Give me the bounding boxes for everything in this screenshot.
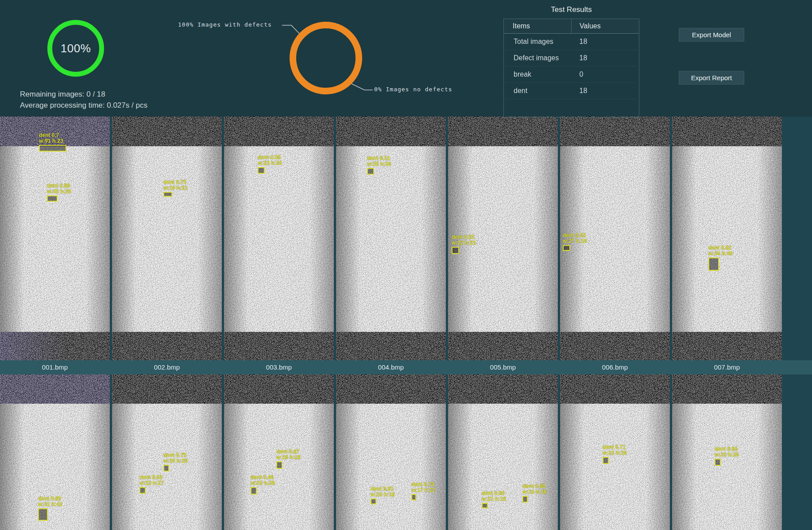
image-tile-row1-5[interactable]: dent 0.52w:22 h:25 [448, 117, 558, 360]
header-panel: 100% 100% Images with defects 0% Images … [0, 0, 812, 117]
tile-row-2: dent 0.89w:31 h:42dent 0.75w:20 h:28dent… [0, 374, 812, 530]
row-label: Total images [504, 34, 572, 50]
defect-annotation: dent 0.75w:20 h:28 [163, 452, 188, 472]
export-model-button[interactable]: Export Model [679, 28, 744, 42]
defect-size: w:17 h:22 [411, 487, 436, 493]
defect-annotation: dent 0.58w:23 h:26 [258, 155, 282, 174]
image-tile-row2-5[interactable]: dent 0.69w:21 h:18dent 0.66w:18 h:26 [448, 374, 558, 530]
defect-size: w:23 h:27 [139, 480, 164, 486]
donut-label-with-defects: 100% Images with defects [178, 21, 272, 28]
row-label: dent [504, 83, 572, 99]
defect-bounding-box [258, 167, 265, 174]
tile-row-1: dent 0.7w:91 h:23dent 0.88w:45 h:26dent … [0, 117, 812, 360]
export-report-button[interactable]: Export Report [679, 71, 744, 85]
avg-processing-time-text: Average processing time: 0.027s / pcs [20, 101, 147, 110]
donut-callout-lines [0, 0, 812, 117]
defect-annotation: dent 0.67w:26 h:28 [276, 449, 301, 469]
image-tile-row1-4[interactable]: dent 0.51w:25 h:26 [336, 117, 446, 360]
defect-annotation: dent 0.46w:20 h:28 [251, 475, 275, 495]
image-grid: dent 0.7w:91 h:23dent 0.88w:45 h:26dent … [0, 117, 812, 530]
defect-size: w:26 h:28 [276, 455, 301, 460]
defect-bounding-box [715, 459, 721, 466]
defect-bounding-box [482, 503, 488, 508]
defect-bounding-box [603, 457, 609, 464]
defect-annotation: dent 0.53w:27 h:19 [563, 233, 587, 251]
defect-size: w:45 h:26 [47, 189, 71, 195]
defect-size: w:23 h:26 [715, 452, 739, 458]
defect-bounding-box [371, 499, 376, 504]
progress-ring: 100% [47, 20, 104, 77]
progress-value: 100% [61, 42, 91, 55]
row-label: break [504, 66, 572, 83]
column-header-values: Values [572, 19, 639, 34]
defect-annotation: dent 0.71w:22 h:26 [603, 444, 627, 464]
image-tile-row2-6[interactable]: dent 0.71w:22 h:26 [560, 374, 670, 530]
defect-bounding-box [563, 245, 570, 251]
table-row: dent 18 [504, 83, 639, 99]
defect-bounding-box [39, 145, 66, 152]
image-tile-row1-1[interactable]: dent 0.7w:91 h:23dent 0.88w:45 h:26 [0, 117, 110, 360]
row-value: 18 [572, 34, 639, 50]
defect-bounding-box [367, 168, 374, 175]
defect-size: w:20 h:28 [251, 480, 275, 486]
defect-bounding-box [708, 257, 719, 271]
image-tile-row2-3[interactable]: dent 0.67w:26 h:28dent 0.46w:20 h:28 [224, 374, 334, 530]
row-value: 0 [572, 66, 639, 83]
row-value: 18 [572, 50, 639, 66]
defect-bounding-box [251, 487, 257, 495]
image-tile-row1-7[interactable]: dent 0.82w:34 h:40 [672, 117, 782, 360]
defect-annotation: dent 0.63w:23 h:27 [139, 475, 164, 494]
defect-bounding-box [47, 195, 58, 202]
row-label: Defect images [504, 50, 572, 66]
image-tile-row2-1[interactable]: dent 0.89w:31 h:42 [0, 374, 110, 530]
filename-strip: 001.bmp002.bmp003.bmp004.bmp005.bmp006.b… [0, 360, 812, 374]
defect-annotation: dent 0.7w:91 h:23 [39, 132, 66, 152]
defect-bounding-box [411, 494, 416, 500]
defect-bounding-box [139, 487, 146, 494]
defect-bounding-box [163, 192, 172, 197]
filename-label: 006.bmp [560, 360, 670, 374]
defect-size: w:22 h:25 [452, 240, 476, 246]
defect-size: w:31 h:42 [38, 502, 62, 507]
defect-annotation: dent 0.72w:17 h:22 [411, 482, 436, 500]
defect-bounding-box [38, 508, 48, 521]
defect-bounding-box [276, 461, 282, 469]
defect-annotation: dent 0.69w:21 h:18 [482, 491, 506, 508]
donut-label-no-defects: 0% Images no defects [374, 86, 452, 93]
defect-annotation: dent 0.52w:22 h:25 [452, 234, 476, 254]
defect-size: w:91 h:23 [39, 138, 66, 144]
defect-donut-chart [290, 22, 362, 94]
image-tile-row2-4[interactable]: dent 0.81w:20 h:18dent 0.72w:17 h:22 [336, 374, 446, 530]
defect-annotation: dent 0.73w:19 h:21 [163, 179, 188, 197]
defect-size: w:34 h:40 [708, 251, 733, 257]
defect-size: w:20 h:28 [163, 458, 188, 464]
image-tile-row1-3[interactable]: dent 0.58w:23 h:26 [224, 117, 334, 360]
row-value: 18 [572, 83, 639, 99]
image-tile-row1-2[interactable]: dent 0.73w:19 h:21 [112, 117, 222, 360]
table-row: Defect images 18 [504, 50, 639, 66]
defect-size: w:20 h:18 [371, 492, 395, 498]
test-results-panel: Test Results Items Values Total images 1… [503, 4, 639, 117]
defect-size: w:23 h:26 [258, 160, 282, 166]
defect-size: w:27 h:19 [563, 238, 587, 244]
remaining-images-text: Remaining images: 0 / 18 [20, 90, 105, 99]
defect-size: w:19 h:21 [163, 185, 188, 191]
test-results-table: Items Values Total images 18 Defect imag… [503, 19, 639, 117]
table-row: Total images 18 [504, 34, 639, 50]
image-tile-row1-6[interactable]: dent 0.53w:27 h:19 [560, 117, 670, 360]
filename-label: 003.bmp [224, 360, 334, 374]
defect-annotation: dent 0.89w:31 h:42 [38, 496, 62, 521]
defect-annotation: dent 0.65w:23 h:26 [715, 446, 739, 466]
image-tile-row2-2[interactable]: dent 0.75w:20 h:28dent 0.63w:23 h:27 [112, 374, 222, 530]
defect-size: w:25 h:26 [367, 161, 391, 167]
filename-label: 002.bmp [112, 360, 222, 374]
filename-label: 001.bmp [0, 360, 110, 374]
defect-bounding-box [452, 247, 459, 254]
defect-bounding-box [163, 465, 169, 472]
test-results-title: Test Results [503, 4, 639, 16]
defect-annotation: dent 0.82w:34 h:40 [708, 245, 733, 271]
image-tile-row2-7[interactable]: dent 0.65w:23 h:26 [672, 374, 782, 530]
table-row: break 0 [504, 66, 639, 83]
column-header-items: Items [504, 19, 572, 34]
defect-annotation: dent 0.51w:25 h:26 [367, 156, 391, 175]
